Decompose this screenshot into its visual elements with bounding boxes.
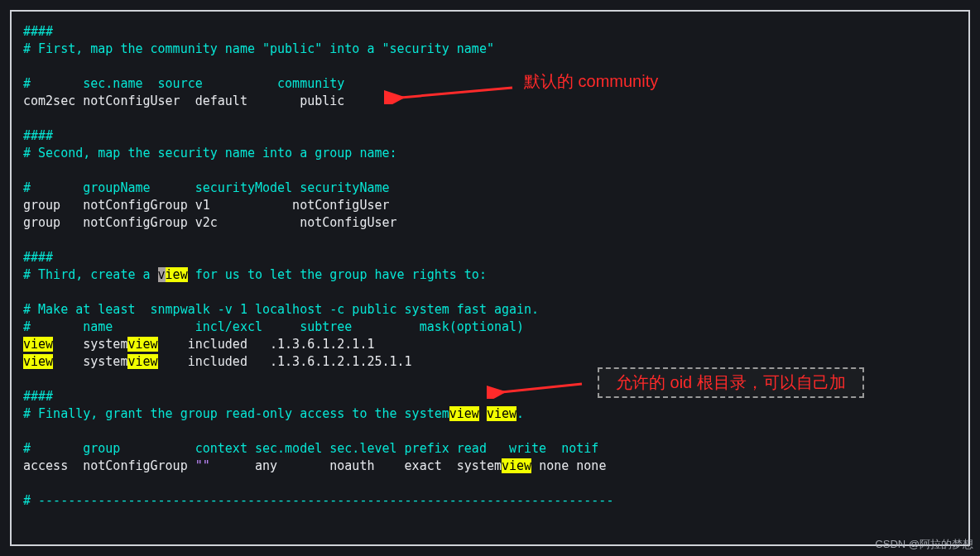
text: included .1.3.6.1.2.1.25.1.1 <box>158 354 412 369</box>
code-line: #### <box>23 389 53 404</box>
code-frame: #### # First, map the community name "pu… <box>10 10 970 546</box>
text: system <box>53 337 127 352</box>
watermark: CSDN @阿拉的梦想 <box>875 535 973 553</box>
text: none none <box>531 458 606 473</box>
highlight: v <box>158 267 166 282</box>
code-line: # --------------------------------------… <box>23 493 613 508</box>
code-line: group notConfigGroup v2c notConfigUser <box>23 215 397 230</box>
text: # Third, create a <box>23 267 158 282</box>
code-line: # sec.name source community <box>23 76 344 91</box>
code-line: # Second, map the security name into a g… <box>23 146 397 161</box>
highlight: view <box>449 406 479 421</box>
code-line: view systemview included .1.3.6.1.2.1.1 <box>23 337 374 352</box>
code-line: access notConfigGroup "" any noauth exac… <box>23 458 606 473</box>
code-line: # name incl/excl subtree mask(optional) <box>23 319 524 334</box>
text: # Finally, grant the group read-only acc… <box>23 406 449 421</box>
text: included .1.3.6.1.2.1.1 <box>158 337 375 352</box>
highlight: view <box>23 354 53 369</box>
highlight: iew <box>166 267 188 282</box>
code-line: # Finally, grant the group read-only acc… <box>23 406 524 421</box>
code-line: view systemview included .1.3.6.1.2.1.25… <box>23 354 412 369</box>
code-line: #### <box>23 128 53 143</box>
config-code: #### # First, map the community name "pu… <box>23 23 957 510</box>
code-line: # group context sec.model sec.level pref… <box>23 441 598 456</box>
highlight: view <box>23 337 53 352</box>
code-line: com2sec notConfigUser default public <box>23 93 344 108</box>
code-line: #### <box>23 24 53 39</box>
text: for us to let the group have rights to: <box>188 267 487 282</box>
code-line: #### <box>23 250 53 265</box>
text <box>479 406 487 421</box>
text: access notConfigGroup <box>23 458 195 473</box>
highlight: view <box>487 406 516 421</box>
highlight: view <box>127 354 157 369</box>
quoted-string: "" <box>195 458 210 473</box>
code-line: # First, map the community name "public"… <box>23 41 494 56</box>
code-line: # Third, create a view for us to let the… <box>23 267 487 282</box>
text: any noauth exact system <box>210 458 502 473</box>
text: system <box>53 354 127 369</box>
code-line: # Make at least snmpwalk -v 1 localhost … <box>23 302 539 317</box>
text: . <box>516 406 524 421</box>
highlight: view <box>502 458 531 473</box>
highlight: view <box>127 337 157 352</box>
code-line: # groupName securityModel securityName <box>23 180 390 195</box>
code-line: group notConfigGroup v1 notConfigUser <box>23 198 390 213</box>
